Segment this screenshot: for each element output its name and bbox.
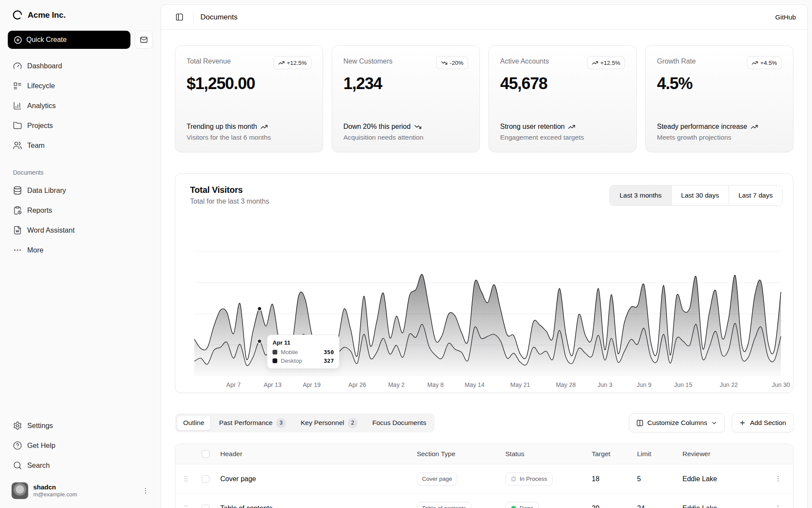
sidebar-item-team[interactable]: Team bbox=[8, 135, 153, 155]
sidebar-item-word-assistant[interactable]: Word Assistant bbox=[8, 220, 153, 240]
file-w-icon bbox=[13, 226, 22, 235]
topbar: Documents GitHub bbox=[161, 5, 807, 30]
svg-text:May 21: May 21 bbox=[510, 381, 530, 388]
sidebar-item-analytics[interactable]: Analytics bbox=[8, 96, 153, 115]
trending-down-icon bbox=[414, 123, 422, 131]
row-checkbox[interactable] bbox=[202, 505, 209, 508]
tab-focus-documents[interactable]: Focus Documents bbox=[366, 415, 433, 431]
cell-limit[interactable]: 5 bbox=[632, 475, 677, 483]
desktop-series-swatch bbox=[273, 358, 277, 363]
section-type-badge: Cover page bbox=[417, 473, 457, 486]
tab-key-personnel[interactable]: Key Personnel 2 bbox=[294, 415, 364, 431]
quick-create-button[interactable]: Quick Create bbox=[8, 31, 130, 49]
cell-target[interactable]: 29 bbox=[587, 505, 632, 508]
github-link[interactable]: GitHub bbox=[775, 13, 796, 21]
stat-card-total-revenue: Total Revenue +12.5% $1,250.00 Trending … bbox=[175, 45, 323, 152]
drag-handle-icon[interactable] bbox=[182, 475, 190, 482]
view-tabs: Outline Past Performance 3 Key Personnel… bbox=[175, 413, 435, 432]
page-title: Documents bbox=[200, 13, 238, 22]
svg-text:Jun 22: Jun 22 bbox=[720, 381, 738, 388]
sidebar: Acme Inc. Quick Create Dashboard Lifecyc… bbox=[0, 0, 161, 508]
trend-badge: +4.5% bbox=[747, 56, 782, 69]
svg-text:Jun 15: Jun 15 bbox=[674, 381, 692, 388]
col-header: Header bbox=[215, 450, 412, 458]
svg-text:May 14: May 14 bbox=[465, 381, 485, 388]
clipboard-clock-icon bbox=[13, 206, 22, 215]
sidebar-item-projects[interactable]: Projects bbox=[8, 115, 153, 135]
visitors-area-chart[interactable]: Apr 7Apr 13Apr 19Apr 26May 2May 8May 14M… bbox=[175, 189, 793, 393]
folder-icon bbox=[13, 121, 22, 130]
tooltip-row-mobile: Mobile 350 bbox=[273, 349, 334, 355]
panel-left-icon bbox=[175, 13, 184, 21]
sidebar-item-reports[interactable]: Reports bbox=[8, 200, 153, 220]
list-icon bbox=[13, 81, 22, 90]
sidebar-item-data-library[interactable]: Data Library bbox=[8, 180, 153, 200]
svg-text:Apr 26: Apr 26 bbox=[349, 381, 366, 388]
stat-value: $1,250.00 bbox=[187, 74, 311, 93]
trending-up-icon bbox=[278, 60, 285, 66]
cell-header[interactable]: Cover page bbox=[215, 475, 412, 483]
trend-badge: +12.5% bbox=[273, 56, 311, 69]
table-header-row: Header Section Type Status Target Limit … bbox=[175, 444, 793, 464]
chevron-down-icon bbox=[711, 420, 717, 426]
sections-table: Header Section Type Status Target Limit … bbox=[175, 444, 793, 508]
drag-handle-icon[interactable] bbox=[182, 505, 190, 508]
svg-text:May 28: May 28 bbox=[556, 381, 576, 388]
sidebar-item-dashboard[interactable]: Dashboard bbox=[8, 56, 153, 76]
tab-past-performance[interactable]: Past Performance 3 bbox=[213, 415, 292, 431]
circle-plus-icon bbox=[14, 36, 22, 44]
svg-text:Apr 7: Apr 7 bbox=[226, 381, 241, 388]
cell-reviewer[interactable]: Eddie Lake bbox=[677, 505, 753, 508]
search-icon bbox=[13, 461, 22, 470]
tab-count-badge: 2 bbox=[348, 418, 358, 428]
user-avatar bbox=[11, 482, 29, 499]
stat-value: 4.5% bbox=[657, 74, 782, 93]
sidebar-toggle-button[interactable] bbox=[172, 10, 186, 24]
svg-text:Jun 9: Jun 9 bbox=[637, 381, 651, 388]
status-badge: In Process bbox=[505, 473, 552, 486]
inbox-mail-button[interactable] bbox=[135, 31, 153, 49]
bar-chart-icon bbox=[13, 101, 22, 110]
cell-reviewer[interactable]: Eddie Lake bbox=[677, 475, 753, 483]
select-all-checkbox[interactable] bbox=[202, 450, 209, 458]
trending-up-icon bbox=[751, 123, 758, 131]
cell-limit[interactable]: 24 bbox=[632, 505, 677, 508]
sidebar-item-lifecycle[interactable]: Lifecycle bbox=[8, 76, 153, 96]
sidebar-main-nav: Dashboard Lifecycle Analytics Projects T… bbox=[8, 56, 153, 155]
row-menu-button[interactable] bbox=[773, 473, 783, 484]
stat-label: Growth Rate bbox=[657, 56, 696, 65]
stat-label: New Customers bbox=[343, 56, 393, 65]
stat-value: 45,678 bbox=[500, 74, 625, 93]
trend-badge: +12.5% bbox=[587, 56, 625, 69]
stat-label: Active Accounts bbox=[500, 56, 549, 65]
row-menu-button[interactable] bbox=[773, 503, 783, 508]
loader-icon bbox=[511, 476, 517, 482]
trending-up-icon bbox=[592, 60, 598, 66]
sidebar-item-search[interactable]: Search bbox=[8, 455, 153, 475]
sidebar-footer-nav: Settings Get Help Search bbox=[8, 415, 153, 475]
trending-up-icon bbox=[752, 60, 758, 66]
trending-down-icon bbox=[441, 60, 447, 66]
brand[interactable]: Acme Inc. bbox=[8, 7, 153, 23]
topbar-divider bbox=[193, 13, 193, 22]
customize-columns-button[interactable]: Customize Columns bbox=[629, 413, 725, 432]
user-menu[interactable]: shadcn m@example.com bbox=[8, 479, 153, 502]
help-circle-icon bbox=[13, 441, 22, 450]
add-section-button[interactable]: Add Section bbox=[732, 413, 793, 432]
sidebar-item-settings[interactable]: Settings bbox=[8, 415, 153, 435]
row-checkbox[interactable] bbox=[202, 475, 209, 483]
gear-icon bbox=[13, 421, 22, 430]
cell-target[interactable]: 18 bbox=[587, 475, 632, 483]
sidebar-item-more[interactable]: More bbox=[8, 240, 153, 260]
mail-icon bbox=[140, 36, 148, 44]
total-visitors-chart-card: Total Visitors Total for the last 3 mont… bbox=[175, 173, 793, 393]
tab-outline[interactable]: Outline bbox=[177, 415, 211, 431]
check-circle-icon bbox=[511, 505, 517, 508]
table-row: Table of contents Table of contents Done… bbox=[175, 493, 793, 508]
cell-header[interactable]: Table of contents bbox=[215, 505, 412, 508]
svg-text:May 2: May 2 bbox=[388, 381, 405, 388]
sidebar-item-get-help[interactable]: Get Help bbox=[8, 435, 153, 455]
user-email: m@example.com bbox=[33, 491, 137, 498]
chart-tooltip: Apr 11 Mobile 350 Desktop 327 bbox=[267, 335, 339, 369]
user-name: shadcn bbox=[33, 483, 137, 492]
